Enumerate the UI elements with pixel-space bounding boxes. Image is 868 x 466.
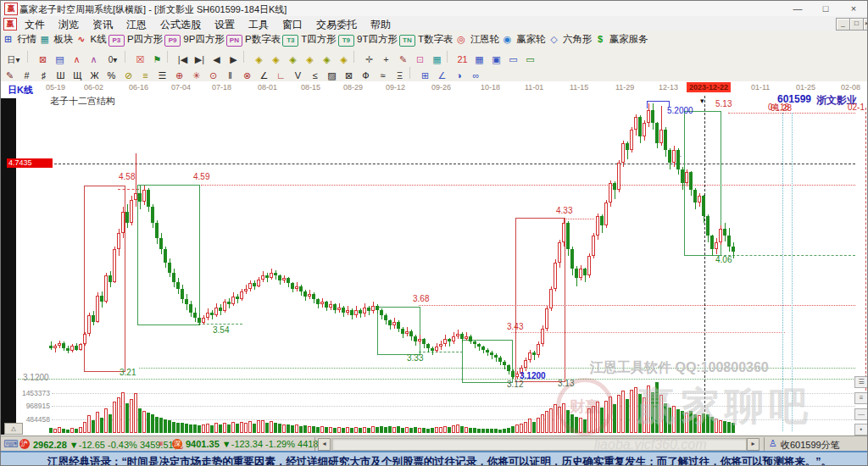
toolbar-p-number-table[interactable]: PN P数字表 <box>226 33 281 47</box>
price-level-line <box>419 305 855 306</box>
volume-bar <box>541 414 544 433</box>
sse-logo-icon: 沪 <box>19 439 30 449</box>
current-date-highlight: 2023-12-22 <box>687 82 731 92</box>
volume-bar <box>342 428 345 433</box>
candle-body <box>388 320 392 325</box>
candle-body <box>96 296 99 322</box>
volume-bar <box>291 425 294 433</box>
candle-body <box>537 344 540 355</box>
volume-bar <box>524 422 527 433</box>
toolbar-winner-wheel[interactable]: ◉ 赢家轮 <box>501 33 546 46</box>
candle-body <box>299 286 303 291</box>
volume-bar <box>316 427 320 433</box>
volume-bar <box>397 426 400 433</box>
candle-body <box>613 183 616 190</box>
time-vertical-line <box>865 108 866 391</box>
future-date-label-2: 01.28 <box>771 103 792 113</box>
mdi-restore-button[interactable]: □ <box>849 18 864 31</box>
pane-layout-button-1[interactable]: ☰ <box>854 376 868 388</box>
toolbar-p-square[interactable]: P3 P四方形 <box>108 33 163 47</box>
volume-bar <box>545 411 548 433</box>
keyboard-icon[interactable]: ⌨ <box>3 438 18 450</box>
volume-bar <box>155 417 159 433</box>
toolbar-gann-wheel[interactable]: ◎ 江恩轮 <box>454 33 499 46</box>
axis-date-label: 08-15 <box>301 83 320 92</box>
candle-body <box>465 336 468 339</box>
volume-bar <box>537 418 540 433</box>
candle-body <box>706 216 709 236</box>
toolbar-winner-service[interactable]: $ 赢家服务 <box>594 33 648 46</box>
volume-bar <box>477 429 481 433</box>
toolbar-sectors[interactable]: ▦ 板块 <box>38 33 73 46</box>
szse-index-quote[interactable]: 9401.35 ▼-123.34 -1.29% 4418.2 <box>186 439 326 449</box>
toolbar-t9-square[interactable]: T9 9T四方形 <box>338 33 398 47</box>
candle-body <box>397 322 400 329</box>
close-button[interactable]: × <box>841 1 866 16</box>
pane-layout-button-2[interactable]: ≡ <box>854 392 868 404</box>
candle-body <box>227 302 231 304</box>
candle-body <box>443 339 447 344</box>
toolbar-quotes[interactable]: ⊞ 行情 <box>2 33 36 46</box>
price-label: 3.12 <box>507 380 523 389</box>
volume-bar <box>376 427 379 433</box>
volume-bar <box>142 411 146 433</box>
candle-body <box>515 374 519 377</box>
toolbar-hexagon[interactable]: ◇ 六角形 <box>548 33 593 46</box>
scroll-right-button[interactable]: ▸ <box>747 438 760 451</box>
minimize-button[interactable]: — <box>785 1 810 16</box>
volume-bar <box>626 399 629 433</box>
candle-body <box>723 229 726 236</box>
winner-service-icon: $ <box>594 33 607 45</box>
candle-body <box>295 286 298 289</box>
price-label: 3.1200 <box>520 371 546 380</box>
toolbar-separator <box>447 51 452 63</box>
candle-body <box>49 346 53 348</box>
candle-body <box>460 334 464 339</box>
candle-body <box>422 339 426 344</box>
toolbar-p9-square[interactable]: P9 9P四方形 <box>164 33 225 47</box>
candle-body <box>638 117 642 136</box>
kline-icon: ∿ <box>75 33 87 45</box>
toolbar-t-square[interactable]: T3 T四方形 <box>282 33 337 47</box>
candle-body <box>596 216 599 236</box>
candle-body <box>236 297 239 299</box>
candle-body <box>291 283 294 289</box>
volume-bar <box>219 424 222 433</box>
maximize-button[interactable]: □ <box>813 1 838 16</box>
price-level-line <box>198 324 242 325</box>
title-bar: 赢 赢家老子时空周期系统[纵横版] - [浙文影业 SH601599-184日K… <box>1 1 868 17</box>
axis-date-label: 11-15 <box>570 83 588 92</box>
toolbar-separator <box>167 51 172 63</box>
volume-bar <box>405 427 409 433</box>
scroll-left-button[interactable]: ◂ <box>318 438 331 451</box>
volume-bar <box>507 428 510 433</box>
volume-bar <box>53 429 57 433</box>
volume-bar <box>549 408 553 433</box>
candle-body <box>181 289 184 299</box>
volume-bar <box>448 427 451 433</box>
price-level-line <box>201 185 855 186</box>
kline-chart[interactable]: 1453373968915484458▾+△4.7435江恩工具软件 QQ:10… <box>1 94 868 435</box>
volume-bar <box>138 408 142 433</box>
volume-bar <box>214 423 218 433</box>
left-collapsed-panel[interactable] <box>1 98 16 435</box>
toolbar-t-number-table[interactable]: TN T数字表 <box>399 33 453 47</box>
candle-body <box>270 273 273 278</box>
expand-panel-button[interactable]: △ <box>4 423 23 435</box>
candle-body <box>257 280 260 286</box>
mdi-minimize-button[interactable]: _ <box>836 18 850 31</box>
candle-body <box>617 163 620 190</box>
drawing-toolbar: ✎#♯ШЩЖ%⊘≡☰⊕✳⊙‖⊗∠∟V≤▨⊠Ф≈Ξ⊞∠◑∞ <box>1 65 868 82</box>
axis-date-label: 02-08 <box>841 83 860 92</box>
toolbar-kline[interactable]: ∿ K线 <box>75 33 106 46</box>
mdi-close-button[interactable]: × <box>863 18 868 31</box>
pane-layout-button-4[interactable]: ▪ <box>854 424 868 435</box>
price-marker-badge: 4.7435 <box>7 158 53 168</box>
candle-body <box>414 336 417 341</box>
volume-bar <box>287 424 290 433</box>
candle-body <box>278 275 281 280</box>
fenbi-label[interactable]: 收601599分笔 <box>781 439 840 452</box>
candle-body <box>337 308 341 310</box>
pane-layout-button-3[interactable]: — <box>854 408 868 420</box>
quotes-icon: ⊞ <box>2 33 14 45</box>
